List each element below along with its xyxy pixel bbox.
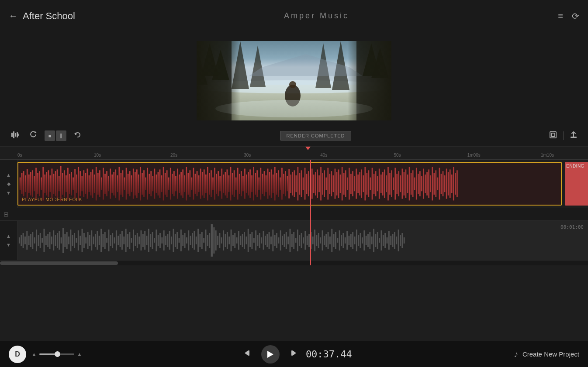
svg-rect-358 — [175, 234, 176, 247]
create-project-button[interactable]: Create New Project — [522, 350, 579, 358]
vol-up-video[interactable]: ▲ — [6, 233, 11, 239]
svg-rect-464 — [377, 232, 378, 249]
svg-marker-481 — [267, 351, 273, 358]
video-frame[interactable] — [197, 41, 391, 120]
svg-rect-378 — [213, 227, 214, 254]
svg-rect-221 — [361, 169, 362, 198]
back-button[interactable]: ← — [9, 11, 17, 21]
svg-rect-128 — [197, 171, 198, 196]
app-name: Amper Music — [284, 11, 349, 21]
svg-rect-62 — [80, 171, 81, 196]
svg-rect-80 — [111, 175, 113, 193]
svg-rect-282 — [30, 234, 31, 247]
volume-slider[interactable] — [39, 353, 74, 355]
svg-rect-420 — [293, 232, 294, 249]
history-icon[interactable]: ⟳ — [572, 11, 579, 21]
svg-rect-255 — [421, 176, 422, 192]
svg-rect-402 — [259, 233, 260, 248]
svg-rect-43 — [46, 172, 47, 196]
svg-rect-180 — [288, 169, 290, 198]
svg-rect-299 — [62, 228, 64, 253]
header-left: ← After School — [9, 10, 75, 22]
svg-rect-130 — [200, 168, 201, 199]
svg-rect-364 — [186, 237, 187, 244]
svg-rect-20 — [15, 133, 16, 137]
svg-rect-252 — [416, 168, 417, 200]
vol-mid-music[interactable]: ◆ — [7, 181, 10, 187]
timeline-ruler[interactable]: 0s 10s 20s 30s 40s 50s 1m00s 1m10s — [0, 147, 588, 160]
svg-rect-233 — [382, 172, 384, 196]
music-clip[interactable]: PLAYFUL MODERN FOLK ENDING — [17, 160, 588, 208]
svg-rect-483 — [291, 350, 293, 356]
svg-rect-346 — [152, 232, 153, 249]
crop-button[interactable] — [547, 129, 559, 142]
svg-rect-304 — [72, 235, 73, 246]
svg-rect-308 — [80, 236, 81, 245]
svg-rect-295 — [55, 235, 56, 246]
vol-down-music[interactable]: ▼ — [6, 190, 11, 196]
separator-icon: ⊟ — [3, 211, 9, 218]
vol-min-icon: ▲ — [31, 351, 37, 357]
refresh-button[interactable] — [27, 130, 39, 142]
svg-rect-102 — [150, 171, 152, 196]
svg-rect-106 — [158, 172, 159, 196]
svg-rect-409 — [272, 230, 273, 251]
svg-rect-242 — [398, 171, 399, 196]
svg-rect-135 — [209, 173, 210, 195]
svg-rect-74 — [101, 178, 102, 190]
svg-rect-143 — [223, 175, 224, 193]
svg-rect-394 — [244, 232, 245, 249]
svg-rect-227 — [372, 168, 373, 200]
svg-rect-66 — [87, 168, 88, 199]
tick-10s: 10s — [94, 153, 101, 158]
scrollbar-thumb[interactable] — [0, 261, 118, 265]
svg-rect-287 — [40, 233, 41, 248]
export-button[interactable] — [568, 129, 579, 142]
svg-rect-133 — [205, 175, 207, 193]
svg-rect-357 — [173, 229, 174, 252]
vol-slider-thumb[interactable] — [55, 351, 60, 357]
svg-rect-359 — [176, 232, 178, 249]
svg-rect-441 — [333, 234, 335, 247]
stop-button[interactable]: ■ — [45, 130, 55, 141]
rewind-button[interactable] — [244, 349, 252, 360]
svg-rect-192 — [310, 176, 311, 192]
play-pause-button[interactable]: ‖ — [56, 130, 66, 141]
equalizer-button[interactable] — [9, 130, 22, 142]
scrollbar-area[interactable] — [0, 260, 588, 265]
svg-rect-322 — [106, 238, 107, 243]
svg-rect-352 — [163, 230, 165, 250]
svg-rect-259 — [428, 169, 429, 198]
vol-up-music[interactable]: ▲ — [6, 172, 11, 178]
video-track-inner[interactable]: 00:01:00 — [17, 221, 588, 260]
play-main-button[interactable] — [261, 345, 280, 364]
svg-rect-33 — [28, 175, 30, 193]
svg-rect-99 — [145, 178, 146, 190]
svg-rect-465 — [379, 238, 380, 243]
svg-rect-424 — [301, 233, 302, 248]
svg-rect-335 — [131, 238, 132, 243]
svg-rect-418 — [290, 229, 291, 252]
svg-rect-198 — [320, 167, 322, 201]
menu-icon[interactable]: ≡ — [558, 11, 563, 21]
fast-forward-button[interactable] — [288, 349, 297, 360]
svg-rect-439 — [329, 237, 331, 244]
user-avatar[interactable]: D — [9, 346, 26, 363]
svg-rect-122 — [186, 167, 187, 201]
svg-rect-211 — [343, 173, 345, 195]
svg-rect-256 — [423, 168, 424, 199]
vol-down-video[interactable]: ▼ — [6, 242, 11, 247]
svg-rect-436 — [324, 236, 325, 245]
svg-rect-263 — [435, 170, 436, 197]
svg-rect-207 — [336, 172, 338, 196]
ending-block[interactable]: ENDING — [565, 162, 588, 206]
svg-rect-324 — [110, 235, 111, 246]
svg-rect-265 — [439, 168, 440, 200]
svg-rect-301 — [66, 232, 68, 249]
svg-rect-26 — [551, 133, 555, 137]
svg-rect-411 — [276, 233, 277, 248]
svg-rect-422 — [297, 230, 298, 251]
svg-rect-286 — [38, 235, 39, 246]
svg-rect-206 — [335, 168, 336, 199]
undo-button[interactable] — [72, 130, 84, 142]
